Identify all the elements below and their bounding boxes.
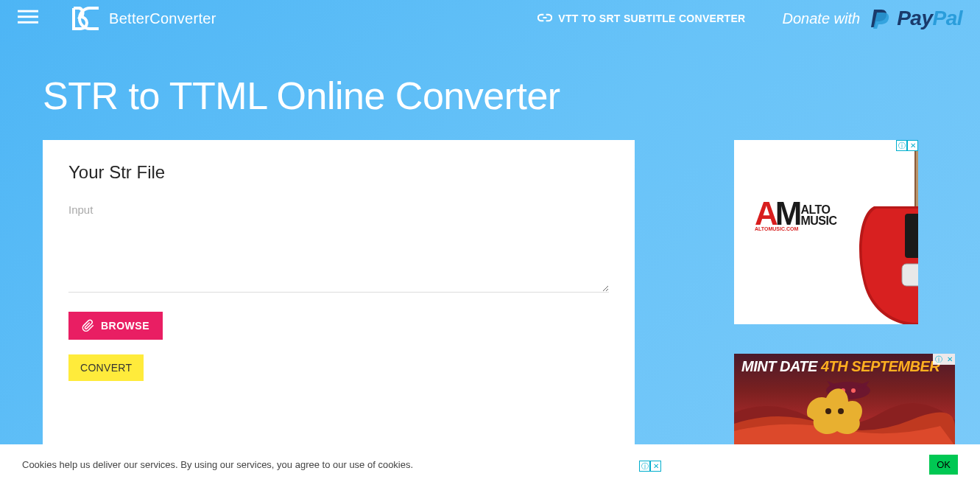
link-icon [537, 13, 552, 25]
ad-close-icon[interactable]: ✕ [907, 140, 918, 151]
svg-point-11 [825, 408, 831, 414]
strip-ad-close-icon[interactable]: ✕ [650, 461, 661, 472]
svg-point-10 [851, 388, 856, 393]
donate-label: Donate with [783, 10, 861, 27]
svg-rect-2 [18, 21, 38, 24]
brand-name: BetterConverter [109, 10, 216, 27]
ad-controls-2: ⓘ ✕ [933, 354, 955, 365]
svg-rect-6 [902, 264, 918, 286]
svg-rect-0 [18, 10, 38, 13]
page-title: STR to TTML Online Converter [0, 37, 980, 140]
ad-close-icon-2[interactable]: ✕ [944, 354, 955, 365]
header-converter-link[interactable]: VTT TO SRT SUBTITLE CONVERTER [537, 13, 745, 25]
card-title: Your Str File [68, 162, 609, 183]
cookie-text: Cookies help us deliver our services. By… [22, 459, 413, 470]
header: BetterConverter VTT TO SRT SUBTITLE CONV… [0, 0, 980, 37]
ad-info-icon-2[interactable]: ⓘ [933, 354, 944, 365]
input-textarea[interactable] [68, 219, 609, 293]
ad-controls: ⓘ ✕ [896, 140, 918, 151]
altomusic-logo: A M ALTO MUSIC ALTOMUSIC.COM [755, 200, 837, 231]
svg-point-12 [838, 408, 844, 414]
browse-button[interactable]: BROWSE [68, 312, 163, 340]
input-label: Input [68, 203, 609, 216]
ad2-artwork [734, 354, 955, 446]
sidebar: ⓘ ✕ A M ALTO MUSIC ALTOMUSIC.COM [734, 140, 937, 446]
converter-card: Your Str File Input BROWSE CONVERT [43, 140, 635, 446]
paypal-icon [869, 7, 892, 30]
paypal-logo: PayPal [869, 7, 962, 30]
svg-rect-5 [905, 214, 918, 258]
menu-icon[interactable] [18, 7, 38, 30]
guitar-image [852, 140, 918, 324]
svg-rect-1 [18, 15, 38, 18]
convert-button[interactable]: CONVERT [68, 354, 144, 381]
cookie-banner: Cookies help us deliver our services. By… [0, 444, 980, 479]
ad-mintdate[interactable]: ⓘ ✕ MINT DATE 4TH SEPTEMBER [734, 354, 955, 446]
cookie-ok-button[interactable]: OK [929, 455, 958, 475]
brand-logo[interactable]: BetterConverter [68, 5, 216, 32]
donate-button[interactable]: Donate with PayPal [783, 7, 962, 30]
ad-info-icon[interactable]: ⓘ [896, 140, 907, 151]
header-link-label: VTT TO SRT SUBTITLE CONVERTER [558, 13, 745, 24]
logo-mark-icon [68, 5, 105, 32]
strip-ad-info-icon[interactable]: ⓘ [639, 461, 650, 472]
browse-label: BROWSE [101, 320, 149, 332]
attachment-icon [82, 319, 95, 332]
ad-altomusic[interactable]: ⓘ ✕ A M ALTO MUSIC ALTOMUSIC.COM [734, 140, 918, 324]
